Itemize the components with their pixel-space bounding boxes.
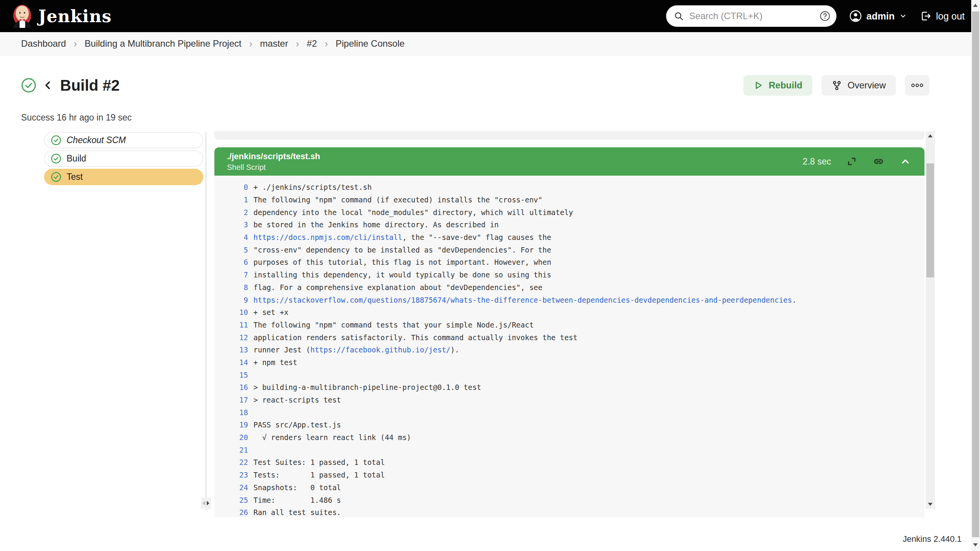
console-line-number[interactable]: 11 [214,321,248,329]
console-line-number[interactable]: 18 [214,408,248,417]
page-scrollbar-thumb[interactable] [972,11,979,537]
console-log: 0+ ./jenkins/scripts/test.sh1The followi… [214,176,924,517]
console-line-text: Snapshots: 0 total [253,483,341,492]
console-line: 18 [214,406,924,419]
console-line-number[interactable]: 25 [214,496,248,504]
console-line-number[interactable]: 2 [214,208,248,217]
more-actions-button[interactable] [905,75,929,96]
breadcrumb-item-master[interactable]: master [260,38,288,49]
jenkins-version: Jenkins 2.440.1 [903,534,962,544]
console-line: 3be stored in the Jenkins home directory… [214,218,924,231]
console-line: 22Test Suites: 1 passed, 1 total [214,456,924,469]
stage-item-test[interactable]: Test [44,169,203,185]
step-duration: 2.8 sec [803,156,831,167]
console-line-number[interactable]: 12 [214,333,248,342]
console-link[interactable]: https://facebook.github.io/jest/ [310,346,451,354]
console-line-number[interactable]: 22 [214,458,248,466]
page-title: Build #2 [60,77,120,94]
console-line: 23Tests: 1 passed, 1 total [214,469,924,481]
console-line-number[interactable]: 3 [214,220,248,229]
breadcrumb-separator-icon: › [296,38,299,50]
console-line-number[interactable]: 4 [214,233,248,241]
previous-stage-card-edge[interactable] [214,131,924,140]
console-link[interactable]: https://docs.npmjs.com/cli/install [253,233,402,241]
rebuild-button[interactable]: Rebuild [743,75,812,96]
console-line-number[interactable]: 19 [214,421,248,429]
console-line-text: application renders satisfactorily. This… [253,333,577,342]
back-button[interactable] [42,80,53,91]
console-line-text: be stored in the Jenkins home directory.… [253,220,499,229]
breadcrumb-item-2[interactable]: #2 [307,38,317,49]
console-scrollbar[interactable] [926,131,935,509]
console-line-number[interactable]: 0 [214,183,248,191]
console-line: 24Snapshots: 0 total [214,481,924,494]
stage-success-icon [51,153,61,164]
stage-success-icon [51,135,61,145]
console-line-text: + ./jenkins/scripts/test.sh [253,183,372,191]
breadcrumb-item-building-a-multibranch-pipeline-project[interactable]: Building a Multibranch Pipeline Project [85,38,242,49]
console-line: 0+ ./jenkins/scripts/test.sh [214,181,924,194]
console-line-number[interactable]: 20 [214,433,248,442]
success-status-icon [21,78,36,93]
page-scrollbar[interactable] [971,0,980,551]
console-line-number[interactable]: 17 [214,396,248,404]
console-line-number[interactable]: 6 [214,258,248,266]
console-line: 11The following "npm" command tests that… [214,319,924,331]
console-line: 17> react-scripts test [214,394,924,406]
console-line-number[interactable]: 23 [214,471,248,479]
console-card: ./jenkins/scripts/test.sh Shell Script 2… [214,147,924,517]
logout-button[interactable]: log out [920,10,965,22]
search-icon [674,11,684,21]
console-area: ./jenkins/scripts/test.sh Shell Script 2… [214,131,935,517]
console-line: 25Time: 1.486 s [214,494,924,506]
stage-label: Checkout SCM [67,135,126,145]
build-header: Build #2 Rebuild Overview [21,74,929,96]
console-line-number[interactable]: 10 [214,308,248,316]
help-icon[interactable] [820,11,830,21]
console-line-number[interactable]: 15 [214,371,248,379]
pane-resize-handle[interactable] [201,497,211,509]
console-line: 7installing this dependency, it would ty… [214,269,924,281]
breadcrumb-separator-icon: › [249,38,253,50]
stage-list: Checkout SCMBuildTest [44,132,203,185]
breadcrumb-item-dashboard[interactable]: Dashboard [21,38,66,49]
console-link[interactable]: https://stackoverflow.com/questions/1887… [253,296,792,304]
console-line: 2dependency into the local "node_modules… [214,206,924,218]
stage-item-checkout-scm[interactable]: Checkout SCM [44,132,203,148]
console-line-number[interactable]: 13 [214,346,248,354]
console-line-text: > react-scripts test [253,396,341,404]
avatar-icon [849,10,862,22]
console-line: 15 [214,368,924,381]
console-line-number[interactable]: 7 [214,271,248,279]
expand-log-button[interactable] [846,156,857,167]
jenkins-home-link[interactable]: Jenkins [11,4,112,28]
stage-item-build[interactable]: Build [44,150,203,167]
console-line: 6purposes of this tutorial, this flag is… [214,256,924,269]
console-card-header[interactable]: ./jenkins/scripts/test.sh Shell Script 2… [214,147,924,176]
user-menu[interactable]: admin [849,10,907,22]
console-line-number[interactable]: 8 [214,283,248,292]
permalink-button[interactable] [872,155,885,168]
console-line-number[interactable]: 21 [214,446,248,454]
console-line-number[interactable]: 26 [214,508,248,517]
console-line-number[interactable]: 14 [214,358,248,367]
search-input[interactable] [689,11,820,21]
overview-button[interactable]: Overview [822,75,896,96]
console-line-number[interactable]: 5 [214,246,248,254]
console-line-text: Test Suites: 1 passed, 1 total [253,458,385,466]
more-icon [911,83,924,88]
console-line: 8flag. For a comprehensive explanation a… [214,281,924,294]
console-line-text: The following "npm" command tests that y… [253,321,534,329]
breadcrumb-item-pipeline-console[interactable]: Pipeline Console [336,38,405,49]
console-line-number[interactable]: 9 [214,296,248,304]
console-line-number[interactable]: 24 [214,483,248,492]
top-bar: Jenkins admin [0,0,980,32]
console-line-number[interactable]: 16 [214,383,248,391]
console-line: 9https://stackoverflow.com/questions/188… [214,293,924,306]
console-line-number[interactable]: 1 [214,196,248,204]
collapse-step-button[interactable] [900,156,911,167]
console-line-text: Tests: 1 passed, 1 total [253,471,385,479]
scroll-down-icon [928,503,933,506]
console-line-text: + npm test [253,358,297,367]
console-scrollbar-thumb[interactable] [926,163,934,277]
